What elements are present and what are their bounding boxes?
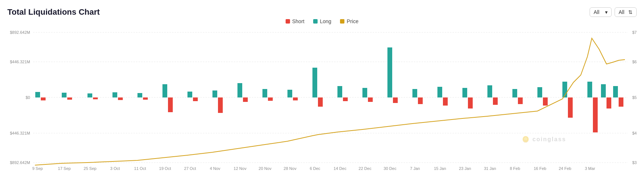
svg-rect-57 bbox=[587, 82, 592, 97]
svg-text:$892.642M: $892.642M bbox=[10, 30, 30, 35]
svg-text:$50.00K: $50.00K bbox=[632, 95, 637, 100]
svg-text:15 Jan: 15 Jan bbox=[434, 166, 446, 171]
chevron-updown-icon: ⇅ bbox=[628, 9, 633, 15]
legend-short: Short bbox=[286, 18, 304, 24]
bar-long bbox=[35, 92, 40, 97]
short-dot bbox=[286, 19, 290, 24]
svg-rect-61 bbox=[613, 86, 618, 97]
svg-rect-17 bbox=[87, 93, 92, 97]
svg-rect-28 bbox=[218, 97, 223, 113]
svg-text:31 Jan: 31 Jan bbox=[484, 166, 496, 171]
svg-text:12 Nov: 12 Nov bbox=[234, 166, 247, 171]
svg-rect-24 bbox=[168, 97, 173, 112]
svg-rect-48 bbox=[468, 97, 473, 108]
svg-text:3 Mar: 3 Mar bbox=[585, 166, 595, 171]
svg-rect-43 bbox=[412, 89, 417, 97]
short-label: Short bbox=[292, 18, 304, 24]
svg-text:19 Oct: 19 Oct bbox=[159, 166, 171, 171]
long-dot bbox=[313, 19, 318, 24]
svg-rect-37 bbox=[337, 86, 342, 97]
svg-rect-58 bbox=[593, 97, 598, 132]
controls: All ▾ All ⇅ bbox=[590, 7, 637, 17]
dropdown-asset[interactable]: All ▾ bbox=[590, 7, 612, 17]
svg-text:8 Feb: 8 Feb bbox=[510, 166, 520, 171]
svg-text:$60.00K: $60.00K bbox=[632, 60, 637, 64]
chart-svg: .grid-line { stroke: #e8e8e8; stroke-wid… bbox=[7, 27, 637, 171]
chevron-down-icon: ▾ bbox=[605, 9, 608, 15]
svg-rect-20 bbox=[118, 97, 123, 100]
svg-text:11 Oct: 11 Oct bbox=[134, 166, 146, 171]
dropdown-period[interactable]: All ⇅ bbox=[615, 7, 637, 17]
svg-rect-26 bbox=[193, 97, 198, 101]
svg-text:20 Nov: 20 Nov bbox=[259, 166, 272, 171]
legend-long: Long bbox=[313, 18, 331, 24]
chart-title: Total Liquidations Chart bbox=[7, 7, 100, 17]
svg-rect-40 bbox=[368, 97, 373, 102]
svg-rect-56 bbox=[568, 97, 573, 118]
chart-container: Total Liquidations Chart All ▾ All ⇅ Sho… bbox=[0, 0, 644, 185]
svg-text:7 Jan: 7 Jan bbox=[410, 166, 420, 171]
svg-rect-27 bbox=[212, 90, 217, 97]
svg-text:14 Dec: 14 Dec bbox=[334, 166, 347, 171]
bar-short bbox=[41, 97, 46, 100]
svg-rect-21 bbox=[137, 93, 142, 97]
svg-rect-50 bbox=[493, 97, 498, 105]
header-row: Total Liquidations Chart All ▾ All ⇅ bbox=[7, 7, 637, 17]
price-line bbox=[35, 38, 625, 165]
svg-text:$0: $0 bbox=[26, 95, 30, 100]
svg-rect-34 bbox=[293, 97, 298, 100]
svg-rect-53 bbox=[537, 87, 542, 97]
svg-text:22 Dec: 22 Dec bbox=[359, 166, 372, 171]
svg-text:$446.321M: $446.321M bbox=[10, 60, 30, 64]
svg-rect-42 bbox=[393, 97, 398, 103]
svg-rect-49 bbox=[487, 85, 492, 97]
svg-rect-16 bbox=[67, 97, 72, 100]
svg-text:4 Nov: 4 Nov bbox=[210, 166, 221, 171]
svg-rect-44 bbox=[418, 97, 423, 104]
price-label: Price bbox=[347, 18, 358, 24]
svg-rect-31 bbox=[262, 89, 267, 97]
svg-rect-29 bbox=[237, 83, 242, 97]
svg-rect-15 bbox=[62, 93, 67, 97]
svg-text:30 Dec: 30 Dec bbox=[384, 166, 397, 171]
svg-rect-32 bbox=[268, 97, 273, 101]
svg-text:🪙 coinglass: 🪙 coinglass bbox=[522, 136, 566, 143]
svg-text:$70.00K: $70.00K bbox=[632, 30, 637, 35]
svg-rect-36 bbox=[318, 97, 323, 107]
svg-text:6 Dec: 6 Dec bbox=[310, 166, 321, 171]
svg-text:3 Oct: 3 Oct bbox=[110, 166, 120, 171]
svg-rect-35 bbox=[312, 68, 317, 97]
svg-text:9 Sep: 9 Sep bbox=[32, 166, 43, 171]
svg-text:25 Sep: 25 Sep bbox=[84, 166, 97, 171]
svg-text:$892.642M: $892.642M bbox=[10, 160, 30, 165]
svg-text:24 Feb: 24 Feb bbox=[559, 166, 571, 171]
svg-rect-52 bbox=[518, 97, 523, 104]
svg-text:23 Jan: 23 Jan bbox=[459, 166, 471, 171]
svg-rect-54 bbox=[543, 97, 548, 106]
svg-rect-25 bbox=[187, 92, 192, 97]
svg-rect-62 bbox=[619, 97, 623, 107]
legend: Short Long Price bbox=[7, 18, 637, 24]
svg-rect-38 bbox=[343, 97, 348, 101]
svg-rect-60 bbox=[607, 97, 611, 108]
svg-rect-30 bbox=[243, 97, 248, 102]
svg-rect-41 bbox=[387, 47, 392, 97]
long-label: Long bbox=[320, 18, 331, 24]
svg-rect-33 bbox=[287, 90, 292, 97]
chart-area: .grid-line { stroke: #e8e8e8; stroke-wid… bbox=[7, 27, 637, 171]
svg-rect-59 bbox=[601, 84, 606, 97]
svg-rect-51 bbox=[512, 89, 517, 97]
svg-rect-19 bbox=[112, 92, 117, 97]
svg-rect-47 bbox=[462, 88, 467, 97]
svg-text:$40.00K: $40.00K bbox=[632, 131, 637, 135]
svg-rect-22 bbox=[143, 97, 148, 100]
svg-text:28 Nov: 28 Nov bbox=[284, 166, 297, 171]
svg-text:17 Sep: 17 Sep bbox=[58, 166, 71, 171]
svg-text:27 Oct: 27 Oct bbox=[184, 166, 196, 171]
svg-text:$30.00K: $30.00K bbox=[632, 160, 637, 165]
svg-text:16 Feb: 16 Feb bbox=[534, 166, 546, 171]
svg-rect-46 bbox=[443, 97, 448, 106]
legend-price: Price bbox=[340, 18, 358, 24]
svg-rect-45 bbox=[437, 87, 442, 97]
svg-rect-39 bbox=[362, 88, 367, 97]
